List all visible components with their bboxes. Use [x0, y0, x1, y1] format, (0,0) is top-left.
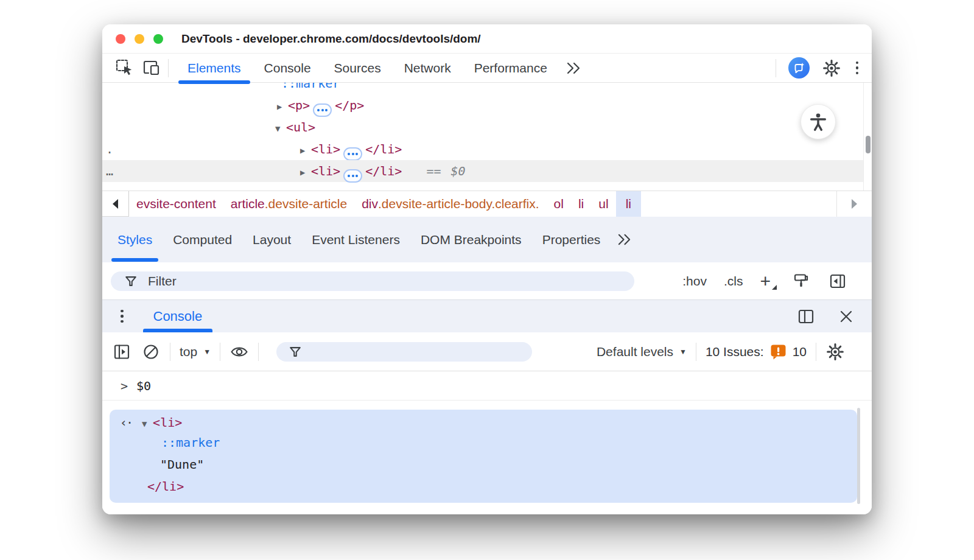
dollar-zero-annotation: $0: [450, 164, 465, 178]
live-expression-eye-icon[interactable]: [229, 342, 249, 362]
tab-computed[interactable]: Computed: [163, 217, 242, 262]
breadcrumb-item[interactable]: ul: [591, 191, 615, 217]
result-row-open-tag[interactable]: ‹·▼<li>: [110, 410, 857, 432]
breadcrumb-item[interactable]: li: [571, 191, 591, 217]
styles-toolbar-buttons: :hov .cls +: [682, 271, 847, 291]
zoom-window-button[interactable]: [153, 34, 163, 44]
tree-row-li-1[interactable]: ▶<li></li>: [102, 138, 863, 160]
tab-properties[interactable]: Properties: [532, 217, 611, 262]
chevron-down-icon: ▼: [203, 348, 211, 356]
chevron-down-icon: ▼: [679, 348, 687, 356]
console-messages-area: > $0 ‹·▼<li> ::marker "Dune" </li>: [102, 371, 872, 514]
collapse-arrow-icon[interactable]: ▼: [142, 413, 153, 435]
result-row-close-tag[interactable]: </li>: [110, 475, 857, 497]
close-drawer-icon[interactable]: [836, 307, 856, 326]
toolbar-separator: [258, 343, 259, 361]
console-settings-gear-icon[interactable]: [825, 342, 845, 362]
inspect-element-icon[interactable]: [114, 58, 134, 78]
breadcrumb-item[interactable]: article.devsite-article: [223, 191, 354, 217]
console-toolbar: top▼ Default levels▼: [102, 332, 872, 371]
styles-filter-row: :hov .cls +: [102, 262, 872, 299]
device-toolbar-icon[interactable]: [141, 58, 161, 78]
split-panel-icon[interactable]: [796, 307, 816, 326]
console-result-selected[interactable]: ‹·▼<li> ::marker "Dune" </li>: [110, 410, 857, 503]
clear-console-icon[interactable]: [141, 342, 161, 362]
more-options-icon[interactable]: [853, 59, 861, 77]
toolbar-separator: [776, 59, 776, 77]
expand-arrow-icon[interactable]: ▶: [300, 161, 311, 183]
tree-row-p[interactable]: ▶<p></p>: [102, 94, 863, 116]
result-row-pseudo[interactable]: ::marker: [110, 432, 857, 453]
toolbar-right: [776, 57, 861, 79]
toolbar-separator: [170, 343, 170, 361]
breadcrumb-item-selected[interactable]: li: [616, 191, 641, 217]
console-input-chevron: >: [121, 379, 128, 393]
collapse-arrow-icon[interactable]: ▼: [275, 117, 286, 139]
tree-row-marker-clipped[interactable]: ::marker: [102, 83, 863, 94]
new-style-rule-button[interactable]: +: [760, 275, 774, 287]
breadcrumb-item[interactable]: evsite-content: [129, 191, 223, 217]
tab-dom-breakpoints[interactable]: DOM Breakpoints: [410, 217, 532, 262]
elements-scrollbar[interactable]: [863, 83, 872, 191]
tree-row-ul[interactable]: ▼<ul>: [102, 116, 863, 138]
traffic-lights: [116, 34, 163, 44]
issues-warning-icon: [770, 344, 787, 360]
toolbar-separator: [816, 343, 816, 361]
console-expression: $0: [136, 379, 151, 393]
console-toolbar-right: Default levels▼ 10 Issues: 10: [597, 342, 845, 362]
filter-funnel-icon: [289, 345, 302, 359]
breadcrumb: evsite-content article.devsite-article d…: [102, 191, 872, 217]
tab-event-listeners[interactable]: Event Listeners: [301, 217, 410, 262]
toolbar-separator: [220, 343, 220, 361]
tab-network[interactable]: Network: [393, 54, 463, 82]
more-tabs-icon[interactable]: [564, 58, 583, 78]
tab-console[interactable]: Console: [253, 54, 323, 82]
tab-elements[interactable]: Elements: [176, 54, 253, 82]
right-arrow-icon: [852, 199, 857, 209]
breadcrumb-item[interactable]: div.devsite-article-body.clearfix.: [354, 191, 546, 217]
expand-arrow-icon[interactable]: ▶: [277, 96, 288, 117]
rendering-brush-icon[interactable]: [791, 271, 811, 291]
toggle-element-state-button[interactable]: :hov: [682, 274, 707, 289]
toolbar-separator: [168, 59, 169, 77]
breadcrumb-item[interactable]: ol: [547, 191, 571, 217]
console-log-entry[interactable]: > $0: [102, 371, 872, 401]
expand-arrow-icon[interactable]: ▶: [300, 139, 311, 161]
styles-filter-input[interactable]: [147, 273, 512, 289]
sidebar-position-icon[interactable]: [828, 271, 847, 291]
collapsed-content-icon[interactable]: [343, 147, 362, 161]
settings-gear-icon[interactable]: [822, 58, 841, 78]
devtools-window: DevTools - developer.chrome.com/docs/dev…: [102, 24, 872, 514]
collapsed-content-icon[interactable]: [343, 169, 362, 183]
tab-sources[interactable]: Sources: [323, 54, 393, 82]
console-scrollbar-thumb[interactable]: [857, 408, 860, 504]
javascript-context-dropdown[interactable]: top▼: [180, 345, 211, 359]
tab-layout[interactable]: Layout: [242, 217, 301, 262]
breadcrumb-back-button[interactable]: [102, 191, 129, 217]
accessibility-overlay-button[interactable]: [801, 104, 836, 139]
log-levels-dropdown[interactable]: Default levels▼: [597, 345, 687, 359]
drawer-tab-console[interactable]: Console: [143, 300, 213, 332]
ai-assistance-icon[interactable]: [788, 57, 810, 79]
tab-styles[interactable]: Styles: [107, 217, 163, 262]
scrollbar-thumb[interactable]: [866, 136, 871, 153]
drawer-menu-icon[interactable]: [118, 307, 126, 326]
clipped-text-fragment: …: [106, 160, 113, 182]
show-console-sidebar-icon[interactable]: [112, 342, 131, 362]
close-window-button[interactable]: [116, 34, 125, 44]
styles-filter-field[interactable]: [111, 271, 634, 291]
drawer-header-right: [796, 307, 856, 326]
element-classes-button[interactable]: .cls: [724, 274, 743, 289]
issues-counter[interactable]: 10 Issues: 10: [706, 344, 807, 360]
toolbar-separator: [696, 343, 696, 361]
minimize-window-button[interactable]: [135, 34, 144, 44]
more-panel-tabs-icon[interactable]: [614, 230, 634, 250]
console-filter-field[interactable]: [276, 342, 532, 362]
result-row-text[interactable]: "Dune": [110, 453, 857, 475]
collapsed-content-icon[interactable]: [313, 103, 332, 117]
breadcrumb-forward-button[interactable]: [836, 191, 872, 217]
console-drawer-header: Console: [102, 299, 872, 332]
main-toolbar: Elements Console Sources Network Perform…: [102, 54, 872, 83]
tree-row-li-selected[interactable]: ▶<li></li>==$0: [102, 160, 863, 182]
tab-performance[interactable]: Performance: [463, 54, 559, 82]
